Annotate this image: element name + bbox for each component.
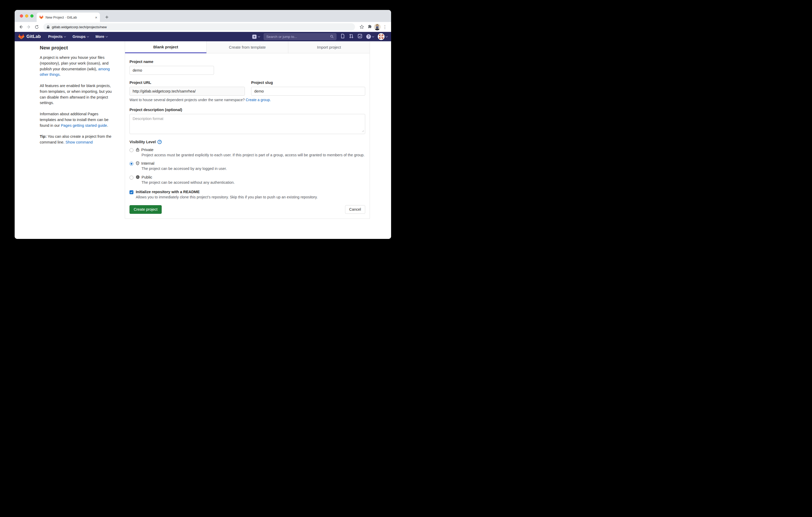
project-name-input[interactable] (129, 66, 214, 75)
help-icon: ? (366, 34, 371, 39)
merge-requests-icon[interactable] (349, 34, 354, 39)
resize-grip-icon[interactable] (362, 129, 364, 133)
visibility-option-private[interactable]: Private Project access must be granted e… (129, 147, 365, 158)
tab-close-icon[interactable]: × (95, 16, 97, 19)
visibility-public-description: The project can be accessed without any … (142, 180, 235, 185)
browser-toolbar: gitlab.widgetcorp.tech/projects/new ⋮ (14, 22, 391, 32)
namespace-hint: Want to house several dependent projects… (129, 98, 365, 102)
radio-internal[interactable] (129, 162, 134, 166)
help-tip: Tip: You can also create a project from … (40, 134, 114, 145)
radio-private[interactable] (129, 148, 134, 152)
lock-icon (47, 25, 50, 29)
issues-icon[interactable] (340, 34, 345, 39)
create-project-button[interactable]: Create project (129, 205, 162, 214)
visibility-option-internal[interactable]: Internal The project can be accessed by … (129, 161, 365, 171)
todos-icon[interactable] (357, 34, 362, 39)
help-text: . (60, 72, 61, 77)
pages-guide-link[interactable]: Pages getting started guide (61, 123, 107, 127)
window-close-button[interactable] (20, 14, 23, 18)
new-project-panel: Blank project Create from template Impor… (125, 41, 370, 219)
globe-icon (136, 175, 140, 179)
readme-option[interactable]: Initialize repository with a README Allo… (129, 190, 365, 199)
window-minimize-button[interactable] (25, 14, 28, 18)
visibility-help-icon[interactable]: ? (157, 140, 162, 144)
page-content: New project A project is where you house… (14, 41, 391, 239)
gitlab-favicon (39, 15, 44, 19)
window-controls (20, 14, 33, 18)
menu-groups[interactable]: Groups (72, 34, 89, 39)
visibility-level-label: Visibility Level (129, 140, 156, 144)
menu-groups-label: Groups (72, 34, 86, 39)
user-avatar (378, 33, 384, 40)
project-type-tabs: Blank project Create from template Impor… (125, 41, 370, 53)
chevron-down-icon (64, 35, 66, 37)
tab-create-from-template[interactable]: Create from template (206, 41, 288, 53)
browser-window: New Project · GitLab × (14, 10, 391, 239)
search-icon (330, 35, 334, 38)
global-search[interactable] (264, 33, 337, 40)
project-url-input[interactable] (129, 87, 245, 96)
menu-more[interactable]: More (95, 34, 107, 39)
plus-square-icon (252, 34, 257, 39)
chevron-down-icon (258, 35, 260, 37)
browser-menu-icon[interactable]: ⋮ (381, 23, 388, 31)
project-slug-input[interactable] (251, 87, 365, 96)
desktop-background: New Project · GitLab × (0, 0, 406, 258)
search-input[interactable] (266, 35, 328, 39)
extensions-puzzle-icon[interactable] (366, 23, 373, 31)
new-project-help-column: New project A project is where you house… (40, 43, 114, 151)
browser-profile-avatar[interactable] (374, 24, 381, 30)
menu-projects[interactable]: Projects (48, 34, 66, 39)
tab-import-project[interactable]: Import project (288, 41, 370, 53)
help-menu-button[interactable]: ? (366, 34, 374, 39)
create-group-link[interactable]: Create a group. (245, 98, 271, 102)
chevron-down-icon (106, 35, 108, 37)
help-text: . (107, 123, 108, 127)
gitlab-brand-name: GitLab (26, 34, 41, 39)
chevron-down-icon (87, 35, 89, 37)
browser-tab-strip: New Project · GitLab × (14, 10, 391, 22)
menu-projects-label: Projects (48, 34, 62, 39)
project-slug-label: Project slug (251, 81, 365, 85)
gitlab-navbar-right: ? (252, 33, 387, 40)
readme-description: Allows you to immediately clone this pro… (136, 195, 318, 199)
gitlab-logo-icon (18, 34, 24, 39)
tab-title: New Project · GitLab (46, 16, 93, 19)
window-zoom-button[interactable] (30, 14, 33, 18)
project-description-textarea[interactable] (129, 114, 365, 134)
cancel-button[interactable]: Cancel (345, 205, 365, 214)
tab-blank-project[interactable]: Blank project (125, 41, 206, 53)
bookmark-star-icon[interactable] (358, 23, 366, 31)
menu-more-label: More (95, 34, 104, 39)
project-url-label: Project URL (129, 81, 245, 85)
show-command-link[interactable]: Show command (65, 140, 93, 144)
namespace-hint-text: Want to house several dependent projects… (129, 98, 245, 102)
url-bar[interactable]: gitlab.widgetcorp.tech/projects/new (44, 23, 355, 31)
reload-button[interactable] (33, 23, 40, 31)
shield-icon (136, 161, 139, 165)
new-tab-button[interactable] (104, 14, 110, 20)
url-text: gitlab.widgetcorp.tech/projects/new (52, 25, 107, 29)
project-description-label: Project description (optional) (129, 108, 365, 112)
gitlab-brand[interactable]: GitLab (18, 34, 41, 39)
lock-icon (136, 148, 139, 152)
readme-checkbox[interactable] (129, 190, 134, 194)
blank-project-form: Project name Project URL Project slug Wa… (125, 60, 370, 214)
visibility-option-public[interactable]: Public The project can be accessed witho… (129, 175, 365, 185)
help-paragraph: All features are enabled for blank proje… (40, 83, 114, 106)
browser-tab[interactable]: New Project · GitLab × (37, 12, 100, 22)
back-button[interactable] (17, 23, 25, 31)
radio-public[interactable] (129, 176, 134, 180)
chevron-down-icon (372, 35, 374, 37)
chevron-down-icon (385, 35, 388, 37)
forward-button[interactable] (25, 23, 32, 31)
visibility-private-name: Private (141, 147, 153, 152)
new-menu-button[interactable] (252, 34, 260, 39)
user-menu-button[interactable] (378, 33, 387, 40)
visibility-public-name: Public (142, 175, 152, 179)
gitlab-menu: Projects Groups More (48, 34, 107, 39)
readme-label: Initialize repository with a README (136, 190, 318, 194)
visibility-private-description: Project access must be granted explicitl… (142, 153, 365, 158)
visibility-internal-description: The project can be accessed by any logge… (142, 166, 227, 171)
help-paragraph: A project is where you house your files … (40, 55, 114, 78)
